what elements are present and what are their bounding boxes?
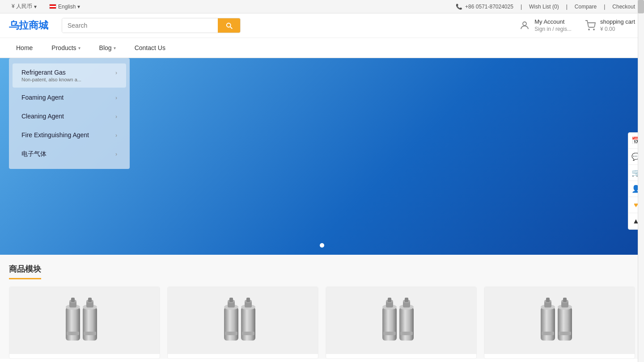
currency-arrow: ▾ [34,4,37,10]
chevron-right-icon: › [115,114,117,120]
checkout-link[interactable]: Checkout [612,4,635,10]
svg-point-1 [589,29,589,30]
svg-rect-38 [400,332,413,335]
currency-selector[interactable]: ¥ 人民币 ▾ [9,2,39,11]
svg-rect-49 [563,298,567,302]
cylinder-svg-2 [220,291,265,349]
account-label: My Account [534,18,572,26]
product-card-4[interactable] [484,286,635,359]
dropdown-item-cleaning[interactable]: Cleaning Agent › [13,107,126,125]
currency-label: ¥ 人民币 [12,3,32,10]
svg-rect-13 [88,298,92,302]
dropdown-item-fire[interactable]: Fire Extinguishing Agent › [13,126,126,144]
account-icon [519,20,530,31]
carousel-dots [320,243,324,248]
chevron-right-icon: › [115,151,117,157]
shopping-cart-button[interactable]: shopping cart ¥ 0.00 [585,18,635,33]
svg-rect-7 [71,298,75,302]
scrollbar-thumb[interactable] [638,0,644,13]
phone-number: +86 0571-87024025 [465,4,513,10]
svg-rect-21 [241,307,255,341]
svg-point-0 [523,22,526,25]
svg-rect-43 [546,298,550,302]
svg-rect-3 [66,307,80,341]
dropdown-item-foaming[interactable]: Foaming Agent › [13,88,126,106]
search-button[interactable] [218,18,240,33]
product-image-2 [168,287,318,354]
search-bar [62,18,241,33]
top-bar: ¥ 人民币 ▾ English ▾ 📞 +86 0571-87024025 | … [0,0,644,13]
nav-contact[interactable]: Contact Us [127,38,173,58]
scrollbar-track[interactable] [638,0,644,359]
chevron-right-icon: › [115,70,117,76]
svg-rect-27 [382,307,397,341]
wishlist-link[interactable]: Wish List (0) [529,4,559,10]
cylinder-svg-1 [62,291,107,349]
phone-wrap: 📞 +86 0571-87024025 [456,4,513,10]
compare-link[interactable]: Compare [575,4,597,10]
svg-rect-33 [399,307,414,341]
product-image-3 [326,287,476,354]
dropdown-item-electronic[interactable]: 电子气体 › [13,145,126,164]
search-icon [225,21,233,29]
language-label: English [58,4,76,10]
svg-rect-44 [542,332,554,335]
header: 乌拉商城 My Account Sign in / regis... [0,13,644,38]
product-image-4 [484,287,635,354]
chevron-right-icon: › [115,95,117,101]
svg-rect-37 [405,298,408,302]
svg-rect-20 [225,332,237,335]
top-bar-right: 📞 +86 0571-87024025 | Wish List (0) | Co… [456,4,635,10]
header-actions: My Account Sign in / regis... shopping c… [519,18,635,33]
chevron-right-icon: › [115,132,117,139]
nav-products[interactable]: Products ▾ [44,38,87,58]
my-account-button[interactable]: My Account Sign in / regis... [519,18,572,33]
account-sub: Sign in / regis... [534,26,572,33]
language-selector[interactable]: English ▾ [47,3,83,11]
svg-rect-50 [559,332,571,335]
svg-rect-26 [242,332,254,335]
section-title: 商品模块 [9,264,41,279]
svg-rect-9 [83,307,97,341]
svg-rect-8 [67,332,79,335]
main-nav: Home Products ▾ Blog ▾ Contact Us [0,38,644,58]
cylinder-svg-3 [379,291,424,349]
language-arrow: ▾ [77,4,80,10]
svg-rect-32 [383,332,396,335]
cylinder-svg-4 [537,291,582,349]
carousel-dot-1[interactable] [320,243,324,248]
svg-point-2 [593,29,594,30]
products-dropdown: Refrigerant Gas Non-patent, also known a… [9,58,130,169]
svg-rect-31 [388,298,391,302]
product-image-1 [9,287,160,354]
nav-home[interactable]: Home [9,38,40,58]
products-chevron-icon: ▾ [78,46,80,51]
dropdown-item-refrigerant[interactable]: Refrigerant Gas Non-patent, also known a… [13,63,126,88]
products-grid [9,286,635,359]
svg-rect-14 [84,332,96,335]
product-card-2[interactable] [167,286,318,359]
svg-rect-39 [541,307,555,341]
svg-rect-45 [558,307,572,341]
top-bar-left: ¥ 人民币 ▾ English ▾ [9,2,83,11]
svg-rect-19 [229,298,233,302]
product-card-1[interactable] [9,286,160,359]
cart-icon [585,20,596,31]
phone-icon: 📞 [456,4,462,10]
blog-chevron-icon: ▾ [114,46,116,51]
svg-rect-15 [224,307,238,341]
cart-label: shopping cart [600,18,635,26]
product-card-3[interactable] [326,286,477,359]
flag-icon [49,4,56,9]
banner-area: Refrigerant Gas Non-patent, also known a… [0,58,644,255]
products-section: 商品模块 [0,255,644,359]
nav-blog[interactable]: Blog ▾ [92,38,123,58]
search-input[interactable] [62,18,218,33]
site-logo[interactable]: 乌拉商城 [9,19,48,32]
cart-amount: ¥ 0.00 [600,26,635,33]
svg-rect-25 [246,298,250,302]
